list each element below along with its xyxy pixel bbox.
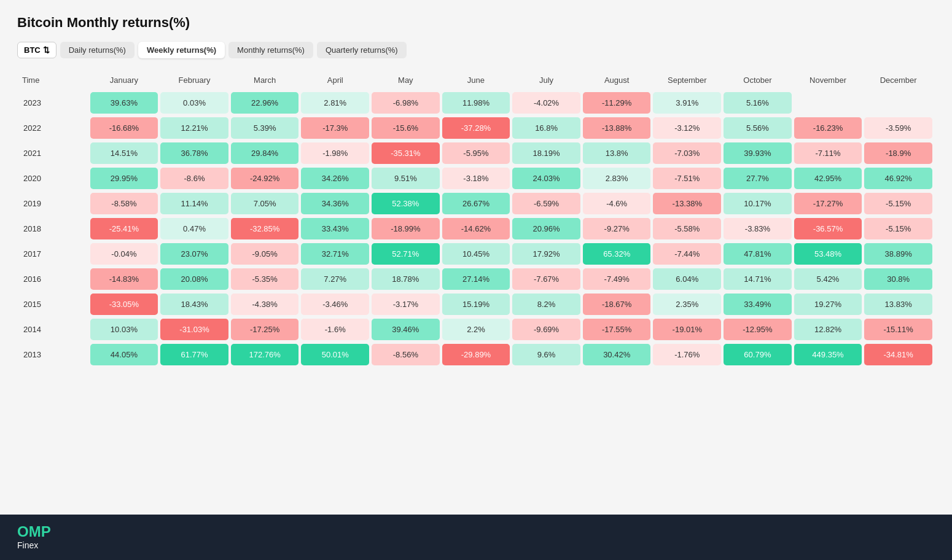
data-cell: 30.42% <box>583 344 651 365</box>
returns-table-wrapper: Time January February March April May Ju… <box>17 68 935 369</box>
data-cell: -13.38% <box>653 193 721 214</box>
data-cell: -7.11% <box>794 142 862 164</box>
year-cell: 2023 <box>20 92 88 114</box>
data-cell: 33.49% <box>724 294 792 315</box>
table-body: 202339.63%0.03%22.96%2.81%-6.98%11.98%-4… <box>20 92 932 365</box>
data-cell: -4.02% <box>512 92 580 114</box>
table-row: 2022-16.68%12.21%5.39%-17.3%-15.6%-37.28… <box>20 117 932 139</box>
data-cell: -8.56% <box>372 344 440 365</box>
data-cell: -1.76% <box>653 344 721 365</box>
data-cell: -7.67% <box>512 268 580 290</box>
data-cell: 19.27% <box>794 294 862 315</box>
asset-selector[interactable]: BTC ⇅ <box>17 42 57 58</box>
data-cell: 26.67% <box>442 193 510 214</box>
data-cell: 61.77% <box>160 344 228 365</box>
data-cell: 27.7% <box>724 168 792 189</box>
data-cell: 65.32% <box>583 243 651 265</box>
year-cell: 2016 <box>20 268 88 290</box>
chevron-icon: ⇅ <box>43 45 50 55</box>
logo-block: OMP Finex <box>17 524 51 550</box>
data-cell: -7.49% <box>583 268 651 290</box>
data-cell: -1.6% <box>301 319 369 340</box>
data-cell: 20.08% <box>160 268 228 290</box>
data-cell: -13.88% <box>583 117 651 139</box>
year-cell: 2017 <box>20 243 88 265</box>
logo-omp: OMP <box>17 524 51 539</box>
data-cell: -25.41% <box>90 218 158 239</box>
data-cell: 2.2% <box>442 319 510 340</box>
data-cell: 18.19% <box>512 142 580 164</box>
data-cell: 5.39% <box>231 117 299 139</box>
data-cell: 39.93% <box>724 142 792 164</box>
data-cell: 8.2% <box>512 294 580 315</box>
col-jun: June <box>442 72 510 88</box>
page-title: Bitcoin Monthly returns(%) <box>17 15 935 31</box>
col-aug: August <box>583 72 651 88</box>
data-cell: -36.57% <box>794 218 862 239</box>
data-cell: 29.95% <box>90 168 158 189</box>
data-cell: 10.17% <box>724 193 792 214</box>
col-feb: February <box>160 72 228 88</box>
data-cell: -16.23% <box>794 117 862 139</box>
data-cell: -0.04% <box>90 243 158 265</box>
data-cell: -9.27% <box>583 218 651 239</box>
data-cell: 33.43% <box>301 218 369 239</box>
data-cell: -5.15% <box>864 218 932 239</box>
table-row: 202029.95%-8.6%-24.92%34.26%9.51%-3.18%2… <box>20 168 932 189</box>
data-cell: -3.17% <box>372 294 440 315</box>
data-cell: 0.47% <box>160 218 228 239</box>
data-cell: 10.45% <box>442 243 510 265</box>
table-row: 201344.05%61.77%172.76%50.01%-8.56%-29.8… <box>20 344 932 365</box>
tab-monthly[interactable]: Monthly returns(%) <box>228 42 313 58</box>
data-cell: 29.84% <box>231 142 299 164</box>
data-cell: 20.96% <box>512 218 580 239</box>
data-cell: -3.46% <box>301 294 369 315</box>
year-cell: 2015 <box>20 294 88 315</box>
data-cell: 32.71% <box>301 243 369 265</box>
year-cell: 2022 <box>20 117 88 139</box>
data-cell: 3.91% <box>653 92 721 114</box>
data-cell: -34.81% <box>864 344 932 365</box>
data-cell: -1.98% <box>301 142 369 164</box>
data-cell: -14.62% <box>442 218 510 239</box>
data-cell: 0.03% <box>160 92 228 114</box>
data-cell: -9.69% <box>512 319 580 340</box>
year-cell: 2014 <box>20 319 88 340</box>
data-cell: -15.11% <box>864 319 932 340</box>
logo-finex: Finex <box>17 540 51 550</box>
tab-daily[interactable]: Daily returns(%) <box>60 42 135 58</box>
data-cell: -6.98% <box>372 92 440 114</box>
table-row: 201410.03%-31.03%-17.25%-1.6%39.46%2.2%-… <box>20 319 932 340</box>
data-cell: -6.59% <box>512 193 580 214</box>
data-cell: 27.14% <box>442 268 510 290</box>
data-cell: -17.27% <box>794 193 862 214</box>
data-cell: -4.6% <box>583 193 651 214</box>
data-cell: -5.95% <box>442 142 510 164</box>
table-row: 2016-14.83%20.08%-5.35%7.27%18.78%27.14%… <box>20 268 932 290</box>
col-apr: April <box>301 72 369 88</box>
data-cell: -18.99% <box>372 218 440 239</box>
data-cell: 7.05% <box>231 193 299 214</box>
data-cell: 2.83% <box>583 168 651 189</box>
data-cell: 17.92% <box>512 243 580 265</box>
data-cell: 38.89% <box>864 243 932 265</box>
data-cell: -33.05% <box>90 294 158 315</box>
tab-quarterly[interactable]: Quarterly returns(%) <box>317 42 407 58</box>
table-row: 202114.51%36.78%29.84%-1.98%-35.31%-5.95… <box>20 142 932 164</box>
main-content: Bitcoin Monthly returns(%) BTC ⇅ Daily r… <box>0 0 952 515</box>
data-cell: 36.78% <box>160 142 228 164</box>
col-nov: November <box>794 72 862 88</box>
data-cell: -7.44% <box>653 243 721 265</box>
data-cell: 7.27% <box>301 268 369 290</box>
data-cell: 12.82% <box>794 319 862 340</box>
data-cell: 5.42% <box>794 268 862 290</box>
data-cell: 23.07% <box>160 243 228 265</box>
data-cell: -12.95% <box>724 319 792 340</box>
col-oct: October <box>724 72 792 88</box>
data-cell: 11.14% <box>160 193 228 214</box>
year-cell: 2020 <box>20 168 88 189</box>
table-row: 2015-33.05%18.43%-4.38%-3.46%-3.17%15.19… <box>20 294 932 315</box>
table-row: 2017-0.04%23.07%-9.05%32.71%52.71%10.45%… <box>20 243 932 265</box>
tab-weekly[interactable]: Weekly returns(%) <box>138 42 225 58</box>
data-cell: 50.01% <box>301 344 369 365</box>
